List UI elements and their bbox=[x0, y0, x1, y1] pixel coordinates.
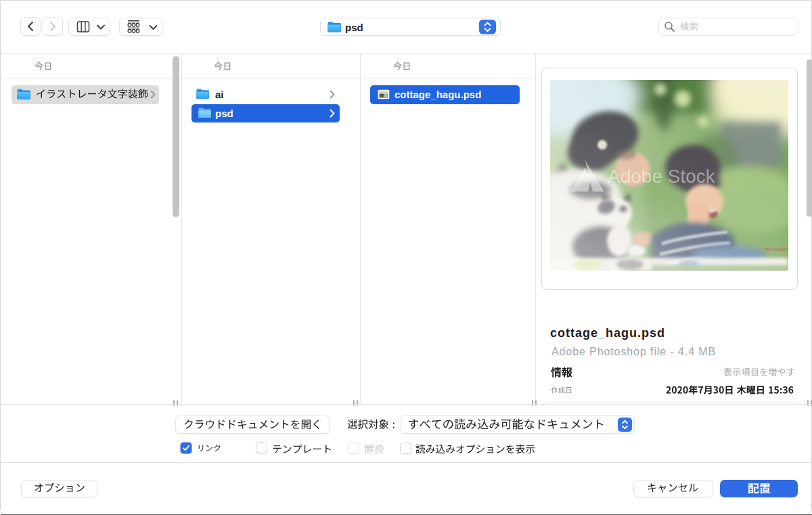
svg-text:#274423444: #274423444 bbox=[765, 247, 788, 252]
svg-text:Adobe Stock: Adobe Stock bbox=[608, 166, 716, 187]
